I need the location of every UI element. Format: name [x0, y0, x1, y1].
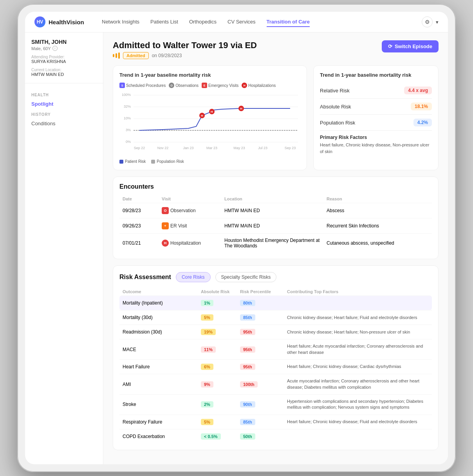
- risk-abs-1: 5%: [201, 314, 213, 321]
- risk-header-pct: Risk Percentile: [240, 289, 287, 294]
- location-label: Current Location:: [31, 68, 97, 72]
- trend-bar-2: [116, 53, 117, 58]
- enc-header-visit: Visit: [162, 197, 224, 201]
- observations-label: Observations: [175, 83, 199, 88]
- nav-network-insights[interactable]: Network Insights: [102, 17, 139, 27]
- risk-factors-1: Chronic kidney disease; Heart failure; F…: [287, 315, 429, 321]
- enc-location-1: HMTW MAIN ED: [224, 208, 327, 213]
- absolute-risk-row: Absolute Risk 18.1%: [320, 99, 432, 115]
- absolute-risk-label: Absolute Risk: [320, 104, 351, 110]
- nav-cv-services[interactable]: CV Services: [227, 17, 256, 27]
- nav-patients-list[interactable]: Patients List: [150, 17, 178, 27]
- primary-risk-factors-text: Heart failure, Chronic kidney disease, N…: [320, 142, 432, 155]
- nav-orthopedics[interactable]: Orthopedics: [189, 17, 217, 27]
- attending-provider-field: Attending Provider: SURYA KRISHNA: [31, 55, 97, 64]
- enc-header-date: Date: [123, 197, 162, 201]
- enc-visit-type-2: ER Visit: [170, 223, 187, 229]
- location-value: HMTW MAIN ED: [31, 72, 97, 77]
- risk-header-abs: Absolute Risk: [201, 289, 240, 294]
- svg-text:Nov 22: Nov 22: [157, 146, 169, 150]
- risk-outcome-8: COPD Exacerbation: [123, 434, 201, 439]
- population-risk-dot: [151, 160, 155, 164]
- sidebar-item-spotlight[interactable]: Spotlight: [25, 99, 103, 109]
- svg-text:H: H: [240, 107, 242, 110]
- hospitalizations-label: Hospitalizations: [248, 83, 276, 88]
- legend-observations: O Observations: [169, 83, 199, 88]
- risk-pct-0: 80th: [240, 300, 255, 306]
- enc-date-3: 07/01/21: [123, 240, 162, 246]
- chart-note-legend: S Scheduled Procedures O Observations E …: [119, 83, 300, 88]
- risk-row-0: Mortality (Inpatient) 1% 80th: [119, 296, 432, 310]
- health-section-title: HEALTH: [25, 90, 103, 99]
- tab-specialty-risks[interactable]: Specialty Specific Risks: [215, 272, 277, 282]
- risk-factors-7: Heart failure; Chronic kidney disease; F…: [287, 419, 429, 425]
- risk-factors-4: Heart failure; Chronic kidney disease; C…: [287, 364, 429, 370]
- enc-visit-2: + ER Visit: [162, 222, 224, 229]
- encounters-header: Date Visit Location Reason: [119, 195, 432, 203]
- nav-transition-of-care[interactable]: Transition of Care: [267, 17, 310, 27]
- emergency-label: Emergency Visits: [208, 83, 238, 88]
- legend-scheduled: S Scheduled Procedures: [119, 83, 166, 88]
- trend-chart-title: Trend in 1-year baseline mortality risk: [119, 72, 300, 78]
- risk-abs-2: 19%: [201, 329, 216, 335]
- svg-text:Sep 22: Sep 22: [134, 146, 145, 150]
- risk-assessment-header: Risk Assessment Core Risks Specialty Spe…: [119, 272, 432, 282]
- enc-visit-1: O Observation: [162, 207, 224, 214]
- risk-factors-2: Chronic kidney disease; Heart failure; N…: [287, 329, 429, 335]
- sidebar-item-conditions[interactable]: Conditions: [25, 118, 103, 129]
- risk-abs-0: 1%: [201, 300, 213, 306]
- attending-label: Attending Provider:: [31, 55, 97, 59]
- relative-risk-label: Relative Risk: [320, 88, 350, 94]
- risk-row-2: Readmission (30d) 19% 95th Chronic kidne…: [119, 325, 432, 339]
- episode-badge-row: Admitted on 09/28/2023: [113, 52, 257, 59]
- settings-button[interactable]: ⚙: [422, 16, 433, 27]
- encounter-row-3: 07/01/21 H Hospitalization Houston Metho…: [119, 233, 432, 252]
- risk-row-7: Respiratory Failure 5% 85th Heart failur…: [119, 415, 432, 429]
- page-title: Admitted to Walter Tower 19 via ED: [113, 40, 257, 50]
- legend-emergency: E Emergency Visits: [202, 83, 238, 88]
- trend-bar-1: [113, 54, 114, 57]
- enc-date-2: 09/26/23: [123, 223, 162, 229]
- risk-pct-3: 95th: [240, 346, 255, 353]
- patient-name: SMITH, JOHN: [31, 39, 97, 45]
- history-section-title: HISTORY: [25, 109, 103, 118]
- risk-outcome-4: Heart Failure: [123, 364, 201, 370]
- svg-text:May 23: May 23: [233, 146, 245, 150]
- risk-assessment-card: Risk Assessment Core Risks Specialty Spe…: [113, 265, 439, 450]
- chart-wrapper: 100% 32% 10% 3% 0%: [119, 91, 300, 155]
- svg-text:3%: 3%: [126, 128, 131, 132]
- svg-text:H: H: [201, 114, 203, 117]
- svg-text:32%: 32%: [124, 105, 131, 108]
- enc-header-location: Location: [224, 197, 327, 201]
- risk-pct-6: 90th: [240, 401, 255, 407]
- risk-outcome-3: MACE: [123, 347, 201, 352]
- main-content: Admitted to Walter Tower 19 via ED Admit…: [103, 32, 448, 464]
- switch-episode-icon: ⟳: [388, 43, 392, 49]
- patient-risk-label: Patient Risk: [125, 159, 146, 164]
- risk-abs-6: 2%: [201, 401, 213, 407]
- enc-visit-type-1: Observation: [170, 208, 196, 213]
- risk-row-6: Stroke 2% 90th Hypertension with complic…: [119, 394, 432, 415]
- population-risk-row: Population Risk 4.2%: [320, 115, 432, 131]
- trend-svg: 100% 32% 10% 3% 0%: [119, 91, 300, 154]
- nav-links: Network Insights Patients List Orthopedi…: [102, 17, 409, 27]
- legend-hospitalizations: H Hospitalizations: [242, 83, 276, 88]
- charts-row: Trend in 1-year baseline mortality risk …: [113, 65, 439, 170]
- tab-core-risks[interactable]: Core Risks: [176, 272, 211, 282]
- encounter-row-1: 09/28/23 O Observation HMTW MAIN ED Absc…: [119, 203, 432, 218]
- switch-episode-button[interactable]: ⟳ Switch Episode: [382, 40, 439, 52]
- risk-pct-1: 85th: [240, 314, 255, 321]
- switch-episode-label: Switch Episode: [395, 43, 432, 49]
- risk-pct-2: 95th: [240, 329, 255, 335]
- risk-row-8: COPD Exacerbation < 0.5% 50th: [119, 429, 432, 444]
- encounters-card: Encounters Date Visit Location Reason 09…: [113, 177, 439, 259]
- population-risk-label: Population Risk: [157, 159, 184, 164]
- risk-abs-8: < 0.5%: [201, 433, 221, 440]
- patient-info-icon[interactable]: i: [52, 46, 58, 51]
- risk-outcome-1: Mortality (30d): [123, 315, 201, 320]
- brand-logo: HV: [34, 16, 45, 27]
- enc-visit-type-3: Hospitalization: [170, 240, 201, 246]
- risk-row-1: Mortality (30d) 5% 85th Chronic kidney d…: [119, 310, 432, 325]
- enc-location-3: Houston Methodist Emergency Department a…: [224, 238, 327, 249]
- user-dropdown-icon[interactable]: ▾: [436, 19, 439, 25]
